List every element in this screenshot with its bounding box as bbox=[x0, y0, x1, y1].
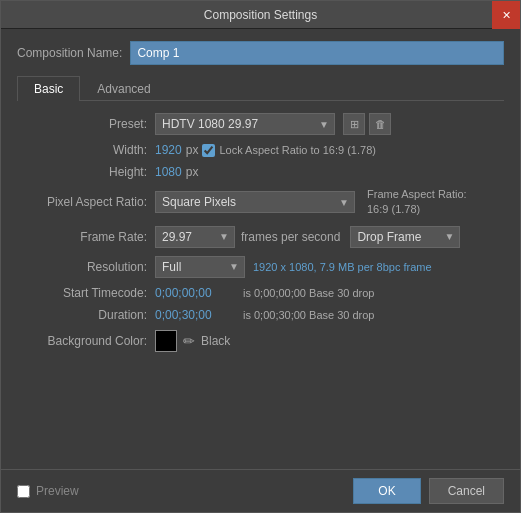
trash-icon: 🗑 bbox=[375, 118, 386, 130]
frame-aspect-info: Frame Aspect Ratio: 16:9 (1.78) bbox=[367, 187, 467, 218]
dialog-body: Composition Name: Basic Advanced Preset:… bbox=[1, 29, 520, 469]
grid-icon: ⊞ bbox=[350, 118, 359, 131]
ok-button[interactable]: OK bbox=[353, 478, 420, 504]
width-label: Width: bbox=[17, 143, 147, 157]
fps-label: frames per second bbox=[241, 230, 340, 244]
drop-frame-select-wrapper: Drop Frame ▼ bbox=[350, 226, 460, 248]
form-section: Preset: HDTV 1080 29.97 ▼ ⊞ 🗑 Width: 192… bbox=[17, 113, 504, 461]
bg-color-row: Background Color: ✏ Black bbox=[17, 330, 504, 352]
preset-icon-btn-2[interactable]: 🗑 bbox=[369, 113, 391, 135]
duration-row: Duration: 0;00;30;00 is 0;00;30;00 Base … bbox=[17, 308, 504, 322]
frame-rate-row: Frame Rate: 29.97 ▼ frames per second Dr… bbox=[17, 226, 504, 248]
start-timecode-label: Start Timecode: bbox=[17, 286, 147, 300]
preset-icon-btn-1[interactable]: ⊞ bbox=[343, 113, 365, 135]
bg-color-swatch[interactable] bbox=[155, 330, 177, 352]
close-button[interactable]: ✕ bbox=[492, 1, 520, 29]
pixel-aspect-select[interactable]: Square Pixels bbox=[155, 191, 355, 213]
frame-rate-select-wrapper: 29.97 ▼ bbox=[155, 226, 235, 248]
preview-checkbox[interactable] bbox=[17, 485, 30, 498]
footer-buttons: OK Cancel bbox=[353, 478, 504, 504]
preview-row: Preview bbox=[17, 484, 353, 498]
width-value[interactable]: 1920 bbox=[155, 143, 182, 157]
eyedropper-icon[interactable]: ✏ bbox=[183, 333, 195, 349]
resolution-label: Resolution: bbox=[17, 260, 147, 274]
dialog-title: Composition Settings bbox=[204, 8, 317, 22]
frame-aspect-label: Frame Aspect Ratio: bbox=[367, 188, 467, 200]
bg-color-name: Black bbox=[201, 334, 230, 348]
pixel-aspect-label: Pixel Aspect Ratio: bbox=[17, 195, 147, 209]
resolution-select[interactable]: Full bbox=[155, 256, 245, 278]
footer: Preview OK Cancel bbox=[1, 469, 520, 512]
pixel-aspect-row: Pixel Aspect Ratio: Square Pixels ▼ Fram… bbox=[17, 187, 504, 218]
start-timecode-info: is 0;00;00;00 Base 30 drop bbox=[243, 287, 374, 299]
start-timecode-row: Start Timecode: 0;00;00;00 is 0;00;00;00… bbox=[17, 286, 504, 300]
lock-row: Lock Aspect Ratio to 16:9 (1.78) bbox=[202, 144, 376, 157]
close-icon: ✕ bbox=[502, 9, 511, 22]
preset-select-wrapper: HDTV 1080 29.97 ▼ bbox=[155, 113, 335, 135]
resolution-select-wrapper: Full ▼ bbox=[155, 256, 245, 278]
width-row: Width: 1920 px Lock Aspect Ratio to 16:9… bbox=[17, 143, 504, 157]
composition-settings-dialog: Composition Settings ✕ Composition Name:… bbox=[0, 0, 521, 513]
comp-name-input[interactable] bbox=[130, 41, 504, 65]
start-timecode-value[interactable]: 0;00;00;00 bbox=[155, 286, 235, 300]
height-unit: px bbox=[186, 165, 199, 179]
resolution-row: Resolution: Full ▼ 1920 x 1080, 7.9 MB p… bbox=[17, 256, 504, 278]
preview-label: Preview bbox=[36, 484, 79, 498]
tab-advanced[interactable]: Advanced bbox=[80, 76, 167, 101]
cancel-button[interactable]: Cancel bbox=[429, 478, 504, 504]
width-unit: px bbox=[186, 143, 199, 157]
duration-label: Duration: bbox=[17, 308, 147, 322]
frame-rate-select[interactable]: 29.97 bbox=[155, 226, 235, 248]
lock-aspect-checkbox[interactable] bbox=[202, 144, 215, 157]
lock-aspect-label: Lock Aspect Ratio to 16:9 (1.78) bbox=[219, 144, 376, 156]
pixel-aspect-select-wrapper: Square Pixels ▼ bbox=[155, 191, 355, 213]
frame-rate-label: Frame Rate: bbox=[17, 230, 147, 244]
preset-select[interactable]: HDTV 1080 29.97 bbox=[155, 113, 335, 135]
comp-name-row: Composition Name: bbox=[17, 41, 504, 65]
duration-info: is 0;00;30;00 Base 30 drop bbox=[243, 309, 374, 321]
title-bar: Composition Settings ✕ bbox=[1, 1, 520, 29]
preset-row: Preset: HDTV 1080 29.97 ▼ ⊞ 🗑 bbox=[17, 113, 504, 135]
height-label: Height: bbox=[17, 165, 147, 179]
bg-color-label: Background Color: bbox=[17, 334, 147, 348]
comp-name-label: Composition Name: bbox=[17, 46, 122, 60]
tabs: Basic Advanced bbox=[17, 75, 504, 101]
duration-value[interactable]: 0;00;30;00 bbox=[155, 308, 235, 322]
height-row: Height: 1080 px bbox=[17, 165, 504, 179]
height-value[interactable]: 1080 bbox=[155, 165, 182, 179]
drop-frame-select[interactable]: Drop Frame bbox=[350, 226, 460, 248]
resolution-info: 1920 x 1080, 7.9 MB per 8bpc frame bbox=[253, 261, 432, 273]
frame-aspect-value: 16:9 (1.78) bbox=[367, 203, 420, 215]
tab-basic[interactable]: Basic bbox=[17, 76, 80, 101]
preset-label: Preset: bbox=[17, 117, 147, 131]
